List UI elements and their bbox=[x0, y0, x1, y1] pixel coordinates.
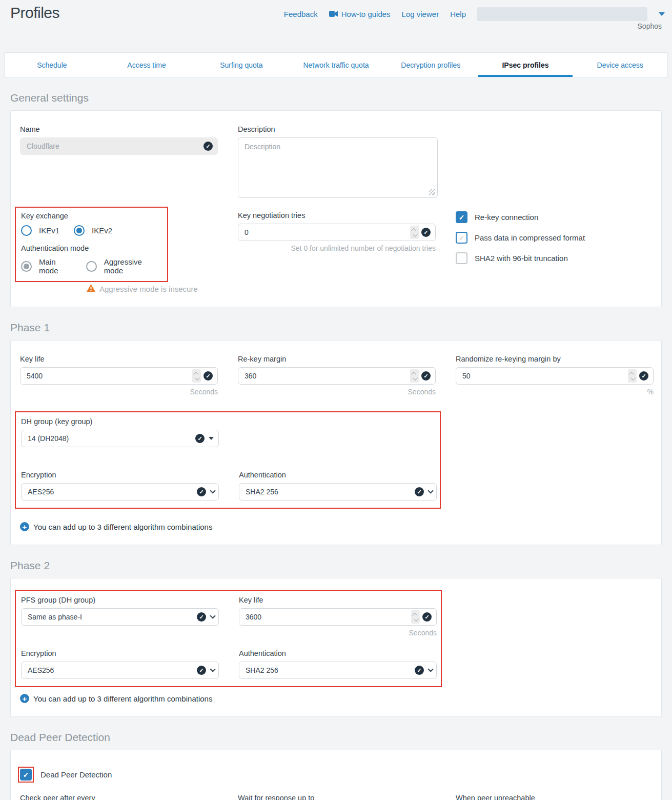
number-spinner[interactable] bbox=[411, 610, 420, 624]
dropdown-triangle-icon bbox=[209, 437, 214, 440]
compressed-format-checkbox[interactable]: ✓ bbox=[456, 232, 467, 244]
p1-randomize-input[interactable]: 50 ✓ bbox=[456, 367, 654, 385]
ikev1-radio[interactable] bbox=[21, 225, 32, 236]
main-mode-radio[interactable] bbox=[21, 261, 32, 272]
chevron-down-icon bbox=[427, 666, 433, 672]
seconds-helper: Seconds bbox=[239, 629, 437, 637]
help-link[interactable]: Help bbox=[450, 10, 466, 18]
name-group: Name Cloudflare ✓ bbox=[20, 125, 218, 155]
description-textarea[interactable]: Description bbox=[238, 137, 438, 198]
account-selector[interactable] bbox=[477, 7, 647, 21]
valid-check-icon: ✓ bbox=[421, 228, 431, 237]
p2-key-life-input[interactable]: 3600 ✓ bbox=[239, 608, 437, 626]
number-spinner[interactable] bbox=[628, 369, 637, 383]
p2-authentication-select[interactable]: SHA2 256 ✓ bbox=[239, 662, 437, 679]
dpd-check-peer-label: Check peer after every bbox=[20, 794, 218, 800]
name-input[interactable]: Cloudflare ✓ bbox=[20, 137, 218, 155]
p1-authentication-group: Authentication SHA2 256 ✓ bbox=[239, 471, 437, 501]
brand-label: Sophos bbox=[638, 22, 662, 30]
tab-surfing-quota[interactable]: Surfing quota bbox=[194, 53, 289, 77]
p1-authentication-select[interactable]: SHA2 256 ✓ bbox=[239, 483, 437, 501]
p1-dh-group: DH group (key group) 14 (DH2048) ✓ bbox=[21, 417, 219, 447]
p1-encryption-select[interactable]: AES256 ✓ bbox=[21, 483, 219, 501]
phase2-card: PFS group (DH group) Same as phase-I ✓ K… bbox=[10, 578, 662, 717]
main-mode-label: Main mode bbox=[39, 257, 72, 275]
auth-mode-label: Authentication mode bbox=[21, 244, 162, 252]
dpd-check-peer-group: Check peer after every 30 ✓ Seconds bbox=[20, 794, 218, 800]
key-negotiation-help: Set 0 for unlimited number of negotiatio… bbox=[238, 244, 436, 252]
add-icon[interactable]: + bbox=[20, 522, 29, 531]
rekey-connection-label: Re-key connection bbox=[475, 213, 538, 222]
p1-add-combination-note: + You can add up to 3 different algorith… bbox=[20, 522, 654, 531]
options-group: ✓ Re-key connection ✓ Pass data in compr… bbox=[456, 211, 654, 273]
annotation-box-dpd-checkbox: ✓ bbox=[18, 767, 34, 783]
page-header: Profiles Feedback How-to guides Log view… bbox=[0, 0, 672, 52]
p2-authentication-label: Authentication bbox=[239, 649, 437, 657]
description-label: Description bbox=[238, 125, 436, 133]
phase1-heading: Phase 1 bbox=[10, 322, 672, 334]
tab-network-traffic-quota[interactable]: Network traffic quota bbox=[289, 53, 383, 77]
aggressive-warning: Aggressive mode is insecure bbox=[87, 284, 218, 293]
key-negotiation-group: Key negotiation tries 0 ✓ Set 0 for unli… bbox=[238, 211, 436, 252]
dpd-heading: Dead Peer Detection bbox=[10, 731, 672, 744]
p2-encryption-select[interactable]: AES256 ✓ bbox=[21, 662, 219, 679]
number-spinner[interactable] bbox=[192, 369, 201, 383]
header-nav: Feedback How-to guides Log viewer Help bbox=[284, 7, 665, 21]
sha2-truncation-label: SHA2 with 96-bit truncation bbox=[475, 254, 568, 263]
description-group: Description Description bbox=[238, 125, 436, 198]
valid-check-icon: ✓ bbox=[639, 371, 648, 381]
ikev2-label: IKEv2 bbox=[92, 226, 112, 235]
chevron-down-icon bbox=[210, 666, 215, 672]
valid-check-icon: ✓ bbox=[195, 434, 205, 443]
p1-rekey-margin-input[interactable]: 360 ✓ bbox=[238, 367, 436, 385]
key-negotiation-label: Key negotiation tries bbox=[238, 211, 436, 219]
p1-key-life-group: Key life 5400 ✓ Seconds bbox=[20, 355, 218, 396]
sha2-truncation-checkbox[interactable] bbox=[456, 252, 467, 264]
p2-key-life-group: Key life 3600 ✓ Seconds bbox=[239, 596, 437, 637]
rekey-connection-checkbox[interactable]: ✓ bbox=[456, 211, 467, 223]
tab-schedule[interactable]: Schedule bbox=[5, 53, 99, 77]
resize-handle[interactable] bbox=[429, 189, 435, 195]
log-viewer-link[interactable]: Log viewer bbox=[402, 10, 439, 18]
phase1-card: Key life 5400 ✓ Seconds Re-key margin 36… bbox=[10, 340, 662, 545]
p2-encryption-group: Encryption AES256 ✓ bbox=[21, 649, 219, 679]
annotation-box-key-exchange: Key exchange IKEv1 IKEv2 Authentication … bbox=[15, 207, 168, 282]
tab-access-time[interactable]: Access time bbox=[99, 53, 194, 77]
chevron-down-icon bbox=[210, 488, 215, 493]
chevron-down-icon[interactable] bbox=[659, 12, 665, 16]
p1-rekey-margin-group: Re-key margin 360 ✓ Seconds bbox=[238, 355, 436, 396]
seconds-helper: Seconds bbox=[238, 388, 436, 396]
aggressive-mode-radio[interactable] bbox=[86, 261, 97, 272]
dpd-enable-checkbox[interactable]: ✓ bbox=[20, 769, 32, 781]
p1-randomize-group: Randomize re-keying margin by 50 ✓ % bbox=[456, 355, 654, 396]
dpd-card: ✓ Dead Peer Detection Check peer after e… bbox=[10, 750, 662, 800]
ikev2-radio[interactable] bbox=[74, 225, 85, 236]
key-negotiation-input[interactable]: 0 ✓ bbox=[238, 224, 436, 241]
p1-dh-group-label: DH group (key group) bbox=[21, 417, 219, 426]
p2-authentication-group: Authentication SHA2 256 ✓ bbox=[239, 649, 437, 679]
general-settings-card: Name Cloudflare ✓ Description Descriptio… bbox=[10, 110, 662, 307]
seconds-helper: Seconds bbox=[20, 388, 218, 396]
p1-key-life-input[interactable]: 5400 ✓ bbox=[20, 367, 218, 385]
valid-check-icon: ✓ bbox=[203, 142, 213, 151]
p2-pfs-select[interactable]: Same as phase-I ✓ bbox=[21, 608, 219, 626]
name-label: Name bbox=[20, 125, 218, 133]
valid-check-icon: ✓ bbox=[421, 371, 431, 381]
key-exchange-group: Key exchange IKEv1 IKEv2 Authentication … bbox=[20, 211, 218, 293]
p2-pfs-group: PFS group (DH group) Same as phase-I ✓ bbox=[21, 596, 219, 626]
tab-device-access[interactable]: Device access bbox=[573, 53, 667, 77]
add-icon[interactable]: + bbox=[20, 694, 29, 703]
tab-decryption-profiles[interactable]: Decryption profiles bbox=[383, 53, 478, 77]
p1-dh-group-select[interactable]: 14 (DH2048) ✓ bbox=[21, 430, 219, 447]
number-spinner[interactable] bbox=[410, 226, 419, 239]
p1-randomize-label: Randomize re-keying margin by bbox=[456, 355, 654, 363]
chevron-down-icon bbox=[427, 488, 433, 493]
p2-encryption-label: Encryption bbox=[21, 649, 219, 657]
dpd-enable-label: Dead Peer Detection bbox=[40, 770, 112, 779]
number-spinner[interactable] bbox=[410, 369, 419, 383]
general-settings-heading: General settings bbox=[10, 92, 672, 104]
tab-ipsec-profiles[interactable]: IPsec profiles bbox=[478, 53, 573, 77]
howto-guides-link[interactable]: How-to guides bbox=[329, 10, 391, 18]
p2-add-combination-note: + You can add up to 3 different algorith… bbox=[20, 694, 652, 703]
feedback-link[interactable]: Feedback bbox=[284, 10, 318, 18]
